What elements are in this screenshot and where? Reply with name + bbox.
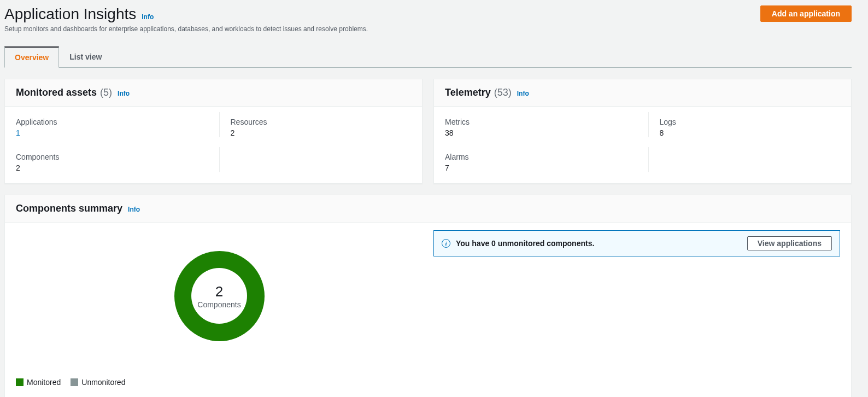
tab-overview[interactable]: Overview xyxy=(4,46,59,68)
info-icon: i xyxy=(442,239,450,248)
metrics-value: 38 xyxy=(445,129,637,137)
chart-legend: Monitored Unmonitored xyxy=(16,378,423,387)
components-value: 2 xyxy=(16,164,208,172)
monitored-assets-info-link[interactable]: Info xyxy=(118,90,130,97)
legend-monitored: Monitored xyxy=(16,378,61,387)
tab-list-view[interactable]: List view xyxy=(59,46,112,68)
components-label: Components xyxy=(16,153,208,161)
tabs: Overview List view xyxy=(4,46,852,68)
page-title: Application Insights xyxy=(4,5,136,23)
unmonitored-notice: i You have 0 unmonitored components. Vie… xyxy=(433,230,840,256)
page-info-link[interactable]: Info xyxy=(142,13,154,21)
add-application-button[interactable]: Add an application xyxy=(760,5,852,22)
metrics-label: Metrics xyxy=(445,118,637,126)
monitored-assets-panel: Monitored assets (5) Info Applications 1… xyxy=(4,79,423,184)
applications-label: Applications xyxy=(16,118,208,126)
telemetry-count: (53) xyxy=(494,87,512,98)
view-applications-button[interactable]: View applications xyxy=(747,236,832,250)
components-donut-chart: 2 Components xyxy=(174,251,265,341)
notice-text: You have 0 unmonitored components. xyxy=(456,239,594,248)
telemetry-title: Telemetry xyxy=(445,87,491,98)
alarms-label: Alarms xyxy=(445,153,637,161)
legend-unmonitored-label: Unmonitored xyxy=(81,378,125,387)
telemetry-info-link[interactable]: Info xyxy=(517,90,529,97)
donut-center-label: Components xyxy=(197,300,241,309)
donut-center-value: 2 xyxy=(215,283,223,300)
components-summary-title: Components summary xyxy=(16,203,122,214)
alarms-value: 7 xyxy=(445,164,637,172)
monitored-assets-count: (5) xyxy=(100,87,112,98)
resources-label: Resources xyxy=(231,118,412,126)
logs-value: 8 xyxy=(660,129,841,137)
components-summary-info-link[interactable]: Info xyxy=(128,206,140,213)
components-summary-panel: Components summary Info 2 Components M xyxy=(4,195,852,397)
swatch-grey-icon xyxy=(71,378,78,386)
telemetry-panel: Telemetry (53) Info Metrics 38 Logs 8 Al… xyxy=(433,79,852,184)
monitored-assets-title: Monitored assets xyxy=(16,87,97,98)
legend-unmonitored: Unmonitored xyxy=(71,378,125,387)
page-subtitle: Setup monitors and dashboards for enterp… xyxy=(4,25,368,33)
resources-value: 2 xyxy=(231,129,412,137)
applications-value-link[interactable]: 1 xyxy=(16,129,208,137)
logs-label: Logs xyxy=(660,118,841,126)
legend-monitored-label: Monitored xyxy=(27,378,61,387)
swatch-green-icon xyxy=(16,378,24,386)
